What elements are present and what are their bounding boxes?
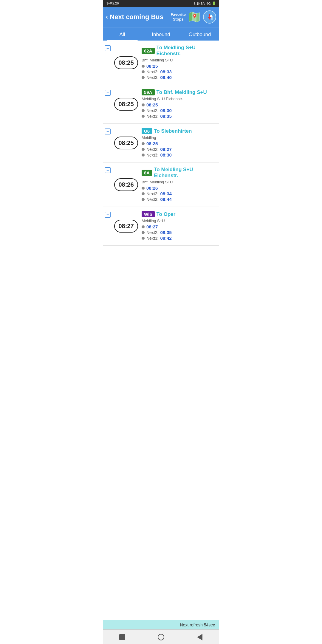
- route-badge: 8A: [142, 170, 152, 176]
- next2-time: 08:33: [160, 69, 171, 74]
- time-entry-3: Next3: 08:42: [142, 236, 216, 241]
- dot-icon: [142, 76, 145, 79]
- dot-icon: [142, 187, 145, 190]
- stop-name: Meidling S+U Eichenstr.: [142, 97, 216, 101]
- header-right: FavoriteStops: [171, 10, 216, 24]
- next3-time: 08:30: [160, 152, 171, 157]
- next3-time: 08:42: [160, 236, 171, 241]
- time-entry-2: Next2: 08:33: [142, 69, 216, 74]
- time-entry-1: 08:26: [142, 185, 216, 191]
- tab-all[interactable]: All: [103, 27, 142, 41]
- tab-bar: All Inbound Outbound: [103, 27, 219, 41]
- tab-outbound[interactable]: Outbound: [180, 27, 219, 41]
- dot-icon: [142, 225, 145, 228]
- carrier-label: 4G: [206, 2, 211, 5]
- route-badge: 59A: [142, 89, 155, 95]
- next-time-bubble: 08:26: [114, 178, 138, 191]
- next2-label: Next2:: [146, 147, 158, 152]
- status-right: 8.1KB/s 4G 🔋: [194, 1, 216, 5]
- route-destination: To Siebenhirten: [154, 128, 192, 134]
- first-time: 08:25: [146, 102, 158, 107]
- favorite-stops-button[interactable]: FavoriteStops: [171, 12, 186, 21]
- collapse-button[interactable]: −: [105, 167, 111, 173]
- bus-item: − 08:25 59A To Bhf. Meidling S+U Meidlin…: [103, 85, 219, 124]
- bus-info: 59A To Bhf. Meidling S+U Meidling S+U Ei…: [142, 89, 216, 119]
- time-entry-2: Next2: 08:34: [142, 191, 216, 196]
- next-time-bubble: 08:27: [114, 220, 138, 233]
- time-entry-3: Next3: 08:44: [142, 197, 216, 202]
- dot-icon: [142, 148, 145, 151]
- next3-time: 08:35: [160, 114, 171, 119]
- dot-icon: [142, 231, 145, 234]
- next2-label: Next2:: [146, 108, 158, 113]
- next3-label: Next3:: [146, 153, 158, 157]
- bus-info: 8A To Meidling S+U Eichenstr. Bhf. Meidl…: [142, 167, 216, 202]
- route-badge: 62A: [142, 48, 155, 54]
- next2-label: Next2:: [146, 191, 158, 196]
- svg-rect-9: [209, 14, 210, 18]
- time-entry-2: Next2: 08:35: [142, 230, 216, 235]
- first-time: 08:27: [146, 224, 158, 229]
- status-left: 下午2:26: [106, 1, 119, 6]
- svg-rect-11: [212, 17, 213, 20]
- route-line: 59A To Bhf. Meidling S+U: [142, 89, 216, 95]
- next3-label: Next3:: [146, 197, 158, 202]
- next2-time: 08:35: [160, 230, 171, 235]
- bus-list: − 08:25 62A To Meidling S+U Eichenstr. B…: [103, 41, 219, 246]
- time-entry-3: Next3: 08:40: [142, 75, 216, 80]
- next3-time: 08:44: [160, 197, 171, 202]
- next2-label: Next2:: [146, 230, 158, 235]
- svg-point-7: [194, 15, 195, 16]
- time-entry-2: Next2: 08:30: [142, 108, 216, 113]
- next-time-bubble: 08:25: [114, 98, 138, 111]
- status-bar: 下午2:26 8.1KB/s 4G 🔋: [103, 0, 219, 7]
- dot-icon: [142, 198, 145, 201]
- route-badge: U6: [142, 128, 152, 134]
- time-entry-2: Next2: 08:27: [142, 147, 216, 152]
- sort-button[interactable]: [203, 10, 216, 24]
- route-badge: Wlb: [142, 211, 155, 217]
- next3-label: Next3:: [146, 75, 158, 80]
- time-entry-1: 08:25: [142, 64, 216, 69]
- next3-label: Next3:: [146, 114, 158, 119]
- first-time: 08:25: [146, 141, 158, 146]
- tab-inbound[interactable]: Inbound: [142, 27, 180, 41]
- bus-item: − 08:25 U6 To Siebenhirten Meidling 08:2…: [103, 124, 219, 162]
- time-entry-3: Next3: 08:30: [142, 152, 216, 157]
- collapse-button[interactable]: −: [105, 129, 111, 134]
- route-destination: To Meidling S+U Eichenstr.: [157, 45, 216, 57]
- time-entry-1: 08:25: [142, 102, 216, 107]
- stop-name: Meidling S+U: [142, 219, 216, 223]
- first-time: 08:25: [146, 64, 158, 69]
- route-line: Wlb To Oper: [142, 211, 216, 217]
- route-line: 8A To Meidling S+U Eichenstr.: [142, 167, 216, 179]
- collapse-button[interactable]: −: [105, 90, 111, 96]
- map-icon-button[interactable]: [188, 11, 201, 23]
- collapse-button[interactable]: −: [105, 212, 111, 218]
- stop-name: Bhf. Meidling S+U: [142, 58, 216, 62]
- dot-icon: [142, 154, 145, 157]
- next3-time: 08:40: [160, 75, 171, 80]
- next2-label: Next2:: [146, 69, 158, 74]
- dot-icon: [142, 109, 145, 112]
- time-entry-1: 08:25: [142, 141, 216, 146]
- dot-icon: [142, 103, 145, 106]
- page-title: Next coming Bus: [110, 13, 163, 21]
- dot-icon: [142, 70, 145, 73]
- bus-item: − 08:26 8A To Meidling S+U Eichenstr. Bh…: [103, 162, 219, 207]
- dot-icon: [142, 237, 145, 240]
- bus-item: − 08:27 Wlb To Oper Meidling S+U 08:27 N…: [103, 207, 219, 246]
- bus-item: − 08:25 62A To Meidling S+U Eichenstr. B…: [103, 41, 219, 85]
- collapse-button[interactable]: −: [105, 45, 111, 51]
- route-destination: To Bhf. Meidling S+U: [157, 89, 207, 95]
- time-entry-1: 08:27: [142, 224, 216, 229]
- route-destination: To Oper: [157, 211, 176, 217]
- header-left: ‹ Next coming Bus: [106, 13, 171, 21]
- svg-marker-4: [196, 13, 199, 22]
- bus-info: U6 To Siebenhirten Meidling 08:25 Next2:…: [142, 128, 216, 158]
- stop-name: Bhf. Meidling S+U: [142, 180, 216, 184]
- back-button[interactable]: ‹: [106, 13, 108, 21]
- next-time-bubble: 08:25: [114, 56, 138, 69]
- svg-marker-2: [189, 12, 192, 21]
- network-speed: 8.1KB/s: [194, 2, 205, 5]
